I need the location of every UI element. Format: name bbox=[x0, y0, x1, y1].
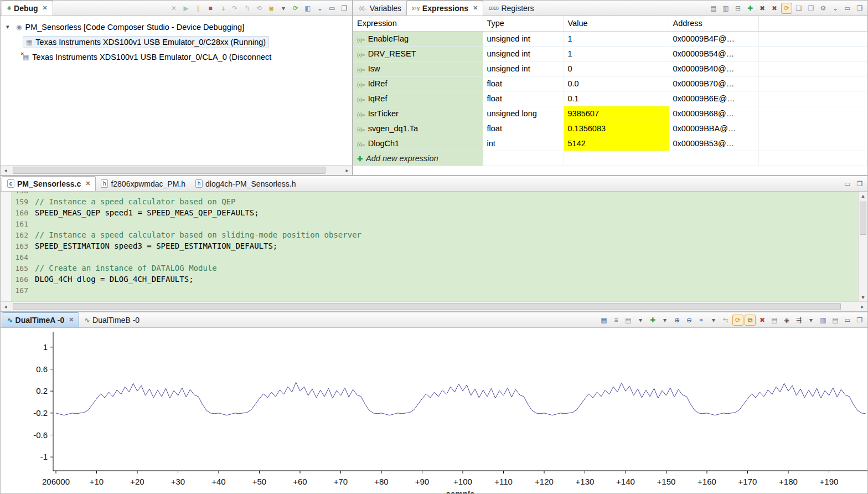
code-line[interactable]: 167 bbox=[12, 285, 858, 296]
code-line[interactable]: 162// Instance a speed calculator based … bbox=[12, 229, 858, 240]
scroll-left-icon[interactable]: ◂ bbox=[1, 303, 11, 310]
close-tab-icon[interactable]: ✕ bbox=[473, 4, 478, 12]
expression-value[interactable]: 0.1 bbox=[564, 91, 669, 106]
scrollbar-thumb[interactable] bbox=[13, 303, 841, 310]
scrollbar-track[interactable] bbox=[11, 166, 342, 175]
restart-icon[interactable]: ⟲ bbox=[254, 3, 265, 14]
tab-expressions[interactable]: x+yExpressions✕ bbox=[406, 1, 483, 16]
expression-row[interactable]: (x)=svgen_dq1.Tafloat0.13560830x00009BBA… bbox=[353, 121, 867, 136]
stack-traces-icon[interactable]: ≡ bbox=[611, 315, 622, 326]
resume-icon[interactable]: ▶ bbox=[180, 3, 192, 14]
remove-all-expressions-icon[interactable]: ✖ bbox=[769, 3, 780, 14]
expression-row[interactable]: (x)=IsrTickerunsigned long93856070x00009… bbox=[353, 106, 867, 121]
tab-registers[interactable]: 1010Registers bbox=[483, 1, 539, 16]
layout-icon[interactable]: ▤ bbox=[708, 3, 719, 14]
code-line[interactable]: 159// Instance a speed calculator based … bbox=[12, 196, 858, 207]
add-expression-icon[interactable]: ✚ bbox=[357, 155, 363, 163]
minimize-icon[interactable]: ▭ bbox=[842, 178, 853, 189]
data-list-icon[interactable]: ▤ bbox=[769, 315, 780, 326]
add-trace-dropdown-icon[interactable]: ▾ bbox=[659, 315, 670, 326]
expression-value[interactable]: 1 bbox=[564, 46, 669, 61]
code-line[interactable]: 158 bbox=[12, 192, 858, 196]
expression-row[interactable]: (x)=IqReffloat0.10x00009B6E@… bbox=[353, 91, 867, 106]
properties-icon[interactable]: ▤ bbox=[830, 315, 841, 326]
add-expression-row[interactable]: ✚Add new expression bbox=[353, 151, 867, 166]
refresh-icon[interactable]: ⟳ bbox=[290, 3, 301, 14]
step-into-icon[interactable]: ↴ bbox=[217, 3, 228, 14]
tab-pm-sensorless-c[interactable]: cPM_Sensorless.c✕ bbox=[2, 176, 96, 191]
expression-row[interactable]: (x)=IdReffloat0.00x00009B70@… bbox=[353, 76, 867, 91]
expression-value[interactable]: 5142 bbox=[564, 136, 669, 151]
editor-horizontal-scrollbar[interactable]: ◂ ▸ bbox=[1, 301, 867, 311]
code-line[interactable]: 166DLOG_4CH dlog = DLOG_4CH_DEFAULTS; bbox=[12, 274, 858, 285]
zoom-in-icon[interactable]: ⊕ bbox=[671, 315, 683, 326]
expression-row[interactable]: (x)=Iswunsigned int00x00009B40@… bbox=[353, 61, 867, 76]
editor-vertical-scrollbar[interactable]: ▲ ▼ bbox=[858, 192, 867, 302]
tools-dropdown-icon[interactable]: ▾ bbox=[805, 315, 817, 326]
column-header-expression[interactable]: Expression bbox=[353, 16, 483, 31]
export-expressions-icon[interactable]: ❐ bbox=[805, 3, 817, 14]
display-dropdown-icon[interactable]: ▾ bbox=[635, 315, 646, 326]
remove-expression-icon[interactable]: ✖ bbox=[757, 3, 768, 14]
scroll-down-icon[interactable]: ▼ bbox=[859, 293, 867, 302]
add-expression-icon[interactable]: ✚ bbox=[745, 3, 756, 14]
add-trace-icon[interactable]: ✚ bbox=[647, 315, 658, 326]
tab-dlog4ch-pm-sensorless-h[interactable]: hdlog4ch-PM_Sensorless.h bbox=[190, 176, 301, 191]
measurement-icon[interactable]: ◈ bbox=[781, 315, 792, 326]
expression-row[interactable]: (x)=EnableFlagunsigned int10x00009B4F@… bbox=[353, 31, 867, 46]
column-header-value[interactable]: Value bbox=[564, 16, 669, 31]
collapse-arrow-icon[interactable]: ▾ bbox=[6, 23, 13, 30]
import-data-icon[interactable]: ⇋ bbox=[720, 315, 731, 326]
close-tab-icon[interactable]: ✕ bbox=[85, 180, 90, 187]
view-menu-icon[interactable]: ⌄ bbox=[314, 3, 326, 14]
maximize-icon[interactable]: ❐ bbox=[854, 178, 865, 189]
tab-f2806xpwmdac-pm-h[interactable]: hf2806xpwmdac_PM.h bbox=[96, 176, 190, 191]
core-node-c28xx[interactable]: ▦ Texas Instruments XDS100v1 USB Emulato… bbox=[1, 34, 352, 49]
show-columns-icon[interactable]: ▥ bbox=[720, 3, 731, 14]
collapse-all-icon[interactable]: ⊟ bbox=[732, 3, 743, 14]
step-over-icon[interactable]: ↷ bbox=[229, 3, 240, 14]
terminate-disconnect-icon[interactable]: ✕ bbox=[168, 3, 179, 14]
show-grid-icon[interactable]: ▦ bbox=[598, 315, 609, 326]
expression-value[interactable]: 9385607 bbox=[564, 106, 669, 121]
expression-row[interactable]: (x)=DRV_RESETunsigned int10x00009B54@… bbox=[353, 46, 867, 61]
code-line[interactable]: 161 bbox=[12, 218, 858, 229]
scroll-up-icon[interactable]: ▲ bbox=[859, 192, 867, 200]
expression-value[interactable]: 1 bbox=[564, 31, 669, 46]
minimize-icon[interactable]: ▭ bbox=[842, 3, 853, 14]
tab-debug[interactable]: ❉Debug✕ bbox=[2, 1, 53, 16]
debug-horizontal-scrollbar[interactable]: ◂ ▸ bbox=[1, 165, 352, 175]
maximize-icon[interactable]: ❐ bbox=[339, 3, 350, 14]
tab-dualtimeb-0[interactable]: ∿DualTimeB -0 bbox=[79, 312, 144, 327]
add-expression-label[interactable]: Add new expression bbox=[366, 154, 438, 163]
suspend-icon[interactable]: ∥ bbox=[193, 3, 204, 14]
maximize-icon[interactable]: ❐ bbox=[854, 3, 865, 14]
zoom-select-icon[interactable]: ⌖ bbox=[696, 315, 707, 326]
code-line[interactable]: 164 bbox=[12, 251, 858, 263]
column-header-address[interactable]: Address bbox=[669, 16, 758, 31]
step-display-icon[interactable]: ⇶ bbox=[793, 315, 804, 326]
column-header-type[interactable]: Type bbox=[483, 16, 564, 31]
scroll-right-icon[interactable]: ▸ bbox=[857, 303, 867, 310]
remove-trace-icon[interactable]: ✖ bbox=[757, 315, 768, 326]
scrollbar-track[interactable] bbox=[11, 302, 857, 311]
debug-session-node[interactable]: ▾ ◉ PM_Sensorless [Code Composer Studio … bbox=[1, 19, 352, 34]
flash-dropdown-icon[interactable]: ▾ bbox=[278, 3, 289, 14]
close-tab-icon[interactable]: ✕ bbox=[43, 4, 48, 12]
settings-icon[interactable]: ⚙ bbox=[818, 3, 829, 14]
flash-icon[interactable]: ◙ bbox=[266, 3, 277, 14]
code-line[interactable]: 163SPEED_ESTIMATION speed3 = SPEED_ESTIM… bbox=[12, 240, 858, 251]
expression-value[interactable]: 0.1356083 bbox=[564, 121, 669, 136]
scrollbar-thumb[interactable] bbox=[860, 202, 866, 235]
scrollbar-thumb[interactable] bbox=[13, 167, 326, 174]
scroll-right-icon[interactable]: ▸ bbox=[342, 167, 352, 173]
close-tab-icon[interactable]: ✕ bbox=[69, 316, 74, 323]
code-line[interactable]: 160SPEED_MEAS_QEP speed1 = SPEED_MEAS_QE… bbox=[12, 207, 858, 218]
step-return-icon[interactable]: ↰ bbox=[241, 3, 252, 14]
code-line[interactable]: 165// Create an instance of DATALOG Modu… bbox=[12, 263, 858, 274]
tab-dualtimea-0[interactable]: ∿DualTimeA -0✕ bbox=[2, 312, 79, 327]
zoom-out-icon[interactable]: ⊖ bbox=[684, 315, 695, 326]
maximize-icon[interactable]: ❐ bbox=[854, 315, 865, 326]
expression-value[interactable]: 0.0 bbox=[564, 76, 669, 91]
code-editor[interactable]: 158159// Instance a speed calculator bas… bbox=[1, 192, 858, 302]
